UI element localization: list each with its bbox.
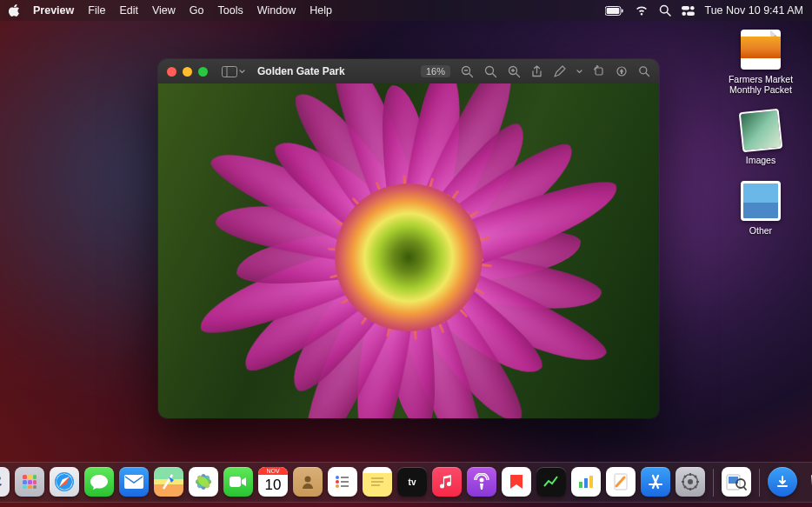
image-flower xyxy=(158,83,659,418)
menu-tools[interactable]: Tools xyxy=(211,4,250,17)
svg-rect-1 xyxy=(606,8,619,14)
spotlight-icon[interactable] xyxy=(659,4,671,17)
menu-app-name[interactable]: Preview xyxy=(26,4,81,17)
svg-rect-20 xyxy=(596,68,602,75)
svg-rect-27 xyxy=(23,480,27,484)
dock-app-contacts[interactable] xyxy=(293,467,323,497)
dock-app-messages[interactable] xyxy=(84,467,114,497)
svg-point-46 xyxy=(305,477,311,483)
svg-rect-28 xyxy=(28,480,32,484)
dock-app-podcasts[interactable] xyxy=(467,467,496,497)
zoom-actual-button[interactable] xyxy=(484,65,497,78)
menubar: Preview File Edit View Go Tools Window H… xyxy=(0,0,812,21)
menu-window[interactable]: Window xyxy=(250,4,303,17)
dock-app-pages[interactable] xyxy=(606,467,636,497)
menu-edit[interactable]: Edit xyxy=(112,4,145,17)
menu-go[interactable]: Go xyxy=(183,4,211,17)
dock-separator xyxy=(713,469,714,497)
wifi-icon[interactable] xyxy=(635,6,649,16)
menu-file[interactable]: File xyxy=(81,4,112,17)
svg-rect-29 xyxy=(33,480,37,484)
svg-rect-58 xyxy=(584,478,588,488)
svg-line-13 xyxy=(469,73,473,77)
svg-line-4 xyxy=(667,12,670,16)
svg-point-49 xyxy=(336,480,339,484)
svg-rect-7 xyxy=(687,11,695,16)
sidebar-toggle-button[interactable] xyxy=(222,66,245,77)
zoom-percent[interactable]: 16% xyxy=(421,65,450,77)
svg-rect-9 xyxy=(223,66,237,77)
dock-app-facetime[interactable] xyxy=(223,467,253,497)
markup-menu-button[interactable] xyxy=(576,70,582,74)
svg-line-68 xyxy=(695,486,696,488)
desktop-icons: Farmers Market Monthly Packet Images Oth… xyxy=(722,30,800,251)
desktop-icon-farmers-packet[interactable]: Farmers Market Monthly Packet xyxy=(722,30,800,95)
dock-app-launchpad[interactable] xyxy=(15,467,44,497)
calendar-day: 10 xyxy=(265,477,282,494)
svg-line-69 xyxy=(695,476,696,477)
svg-line-19 xyxy=(516,73,520,77)
svg-line-15 xyxy=(493,73,496,77)
svg-rect-59 xyxy=(589,476,593,488)
highlight-button[interactable] xyxy=(616,65,628,77)
battery-icon[interactable] xyxy=(605,6,624,16)
dock-app-appstore[interactable] xyxy=(641,467,670,497)
desktop-icon-images[interactable]: Images xyxy=(722,110,800,165)
dock-downloads[interactable] xyxy=(768,467,797,497)
dock-app-news[interactable] xyxy=(502,467,531,497)
window-title: Golden Gate Park xyxy=(257,65,345,77)
dock-app-music[interactable] xyxy=(432,467,462,497)
apple-menu[interactable] xyxy=(7,4,21,17)
dock-app-stocks[interactable] xyxy=(536,467,566,497)
photo-stack-icon xyxy=(739,109,783,153)
dock-trash[interactable] xyxy=(802,467,812,497)
svg-rect-32 xyxy=(33,485,37,489)
dock-app-preview[interactable] xyxy=(722,467,751,497)
dock-app-reminders[interactable] xyxy=(328,467,357,497)
menu-view[interactable]: View xyxy=(145,4,183,17)
dock-app-numbers[interactable] xyxy=(571,467,601,497)
dock-app-maps[interactable] xyxy=(154,467,183,497)
dock-app-finder[interactable] xyxy=(0,467,10,497)
search-button[interactable] xyxy=(638,65,650,77)
rotate-button[interactable] xyxy=(593,65,605,77)
dock-separator xyxy=(759,469,760,497)
svg-rect-31 xyxy=(28,485,32,489)
markup-button[interactable] xyxy=(553,65,566,78)
svg-rect-36 xyxy=(124,475,143,489)
preview-window[interactable]: Golden Gate Park 16% xyxy=(158,59,659,418)
close-button[interactable] xyxy=(167,67,176,77)
tv-label: tv xyxy=(409,477,416,487)
dock-app-photos[interactable] xyxy=(189,467,218,497)
dock-app-settings[interactable] xyxy=(676,467,705,497)
svg-line-23 xyxy=(646,73,649,77)
desktop-icon-label: Farmers Market Monthly Packet xyxy=(722,74,800,95)
svg-rect-26 xyxy=(33,475,37,479)
menubar-datetime[interactable]: Tue Nov 10 9:41 AM xyxy=(705,4,804,17)
dock-app-notes[interactable] xyxy=(363,467,392,497)
zoom-button[interactable] xyxy=(198,67,208,77)
window-content[interactable] xyxy=(158,83,659,418)
svg-rect-25 xyxy=(28,475,32,479)
document-icon xyxy=(741,30,781,70)
control-center-icon[interactable] xyxy=(682,5,695,17)
svg-line-70 xyxy=(684,486,686,488)
window-titlebar[interactable]: Golden Gate Park 16% xyxy=(158,59,659,83)
svg-line-67 xyxy=(684,476,686,477)
dock-app-mail[interactable] xyxy=(119,467,149,497)
share-button[interactable] xyxy=(531,65,542,78)
svg-rect-57 xyxy=(579,482,582,488)
svg-point-62 xyxy=(688,479,693,484)
desktop-icon-other[interactable]: Other xyxy=(722,181,800,236)
svg-point-6 xyxy=(690,5,695,10)
zoom-in-button[interactable] xyxy=(508,65,521,78)
dock-app-safari[interactable] xyxy=(50,467,79,497)
svg-line-74 xyxy=(744,487,747,490)
chevron-down-icon xyxy=(576,70,582,74)
menu-help[interactable]: Help xyxy=(303,4,339,17)
dock-app-calendar[interactable]: NOV10 xyxy=(258,467,288,497)
dock-app-tv[interactable]: tv xyxy=(397,467,427,497)
zoom-out-button[interactable] xyxy=(461,65,474,78)
minimize-button[interactable] xyxy=(183,67,192,77)
dock: NOV10 tv xyxy=(0,462,812,503)
